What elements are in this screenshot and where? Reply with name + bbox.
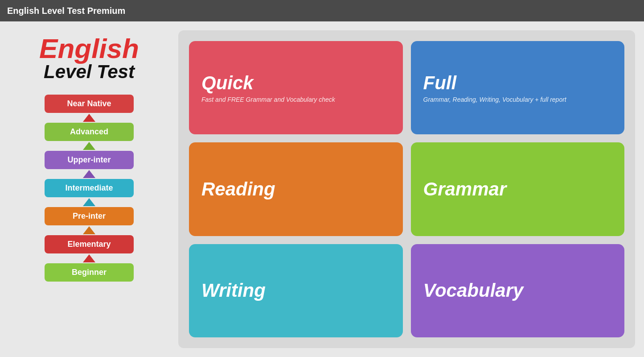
arrow-4 — [83, 226, 95, 234]
card-quick-title: Quick — [201, 73, 254, 93]
main-content: English Level Test Near Native Advanced … — [0, 21, 644, 357]
level-button-upper-inter[interactable]: Upper-inter — [45, 151, 134, 169]
level-button-elementary[interactable]: Elementary — [45, 235, 134, 253]
left-panel: English Level Test Near Native Advanced … — [9, 30, 169, 348]
logo-area: English Level Test — [39, 35, 139, 81]
arrow-5 — [83, 254, 95, 262]
card-quick-subtitle: Fast and FREE Grammar and Vocabulary che… — [201, 96, 335, 103]
right-panel: Quick Fast and FREE Grammar and Vocabula… — [178, 30, 635, 348]
level-button-intermediate[interactable]: Intermediate — [45, 179, 134, 197]
level-button-beginner[interactable]: Beginner — [45, 263, 134, 282]
card-full-subtitle: Grammar, Reading, Writing, Vocubulary + … — [423, 96, 566, 103]
card-vocabulary[interactable]: Vocabulary — [411, 244, 625, 337]
card-reading[interactable]: Reading — [189, 142, 403, 236]
card-full-title: Full — [423, 73, 457, 93]
level-button-pre-inter[interactable]: Pre-inter — [45, 207, 134, 225]
title-bar: English Level Test Premium — [0, 0, 644, 21]
card-grammar[interactable]: Grammar — [411, 142, 625, 236]
logo-english: English — [39, 35, 139, 62]
level-button-near-native[interactable]: Near Native — [45, 95, 134, 113]
arrow-3 — [83, 198, 95, 206]
card-writing[interactable]: Writing — [189, 244, 403, 337]
card-grammar-title: Grammar — [423, 179, 507, 199]
arrow-0 — [83, 114, 95, 122]
card-quick[interactable]: Quick Fast and FREE Grammar and Vocabula… — [189, 41, 403, 134]
app-title: English Level Test Premium — [7, 6, 125, 16]
card-full[interactable]: Full Grammar, Reading, Writing, Vocubula… — [411, 41, 625, 134]
level-button-advanced[interactable]: Advanced — [45, 123, 134, 141]
arrow-2 — [83, 170, 95, 178]
logo-level-test: Level Test — [39, 62, 139, 81]
level-ladder: Near Native Advanced Upper-inter Interme… — [40, 95, 138, 282]
arrow-1 — [83, 142, 95, 150]
card-vocabulary-title: Vocabulary — [423, 280, 524, 301]
card-reading-title: Reading — [201, 179, 275, 199]
card-writing-title: Writing — [201, 280, 266, 301]
